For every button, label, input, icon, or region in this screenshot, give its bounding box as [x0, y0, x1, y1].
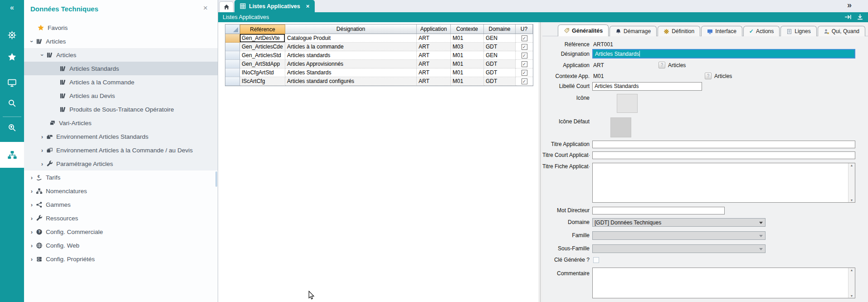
titre-court-input[interactable] — [592, 151, 855, 159]
tree-item-articles-commande[interactable]: Articles à la Commande — [24, 75, 218, 89]
checked-checkbox-icon[interactable]: ✓ — [522, 35, 527, 41]
cell-application[interactable]: ART — [417, 68, 451, 77]
cell-reference[interactable]: Gen_ArticlesCde — [240, 43, 285, 51]
collapse-panel-icon[interactable]: « — [0, 4, 24, 12]
tab-listes-applicatives[interactable]: Listes Applicatives × — [234, 0, 315, 12]
grid-row[interactable]: Gen_ArticlesCde Articles à la commande A… — [225, 43, 533, 51]
scroll-down-icon[interactable]: ▼ — [848, 294, 855, 297]
tree-item-articles[interactable]: › Articles — [24, 34, 218, 48]
search-icon[interactable] — [0, 96, 24, 110]
checked-checkbox-icon[interactable]: ✓ — [522, 53, 527, 58]
tree-item-env-articles-commande[interactable]: › Environnement Articles à la Commande /… — [24, 143, 218, 157]
tree-item-favoris[interactable]: Favoris — [24, 21, 218, 34]
cell-application[interactable]: ART — [417, 77, 451, 86]
checked-checkbox-icon[interactable]: ✓ — [522, 70, 527, 76]
column-header-contexte[interactable]: Contexte — [451, 24, 484, 34]
tree-item-parametrage-articles[interactable]: › Paramétrage Articles — [24, 157, 218, 170]
grid-row[interactable]: IScArtCfg Articles standard configurés A… — [225, 77, 533, 86]
cle-generee-checkbox[interactable] — [593, 257, 599, 263]
cell-checkbox[interactable]: ✓ — [516, 51, 533, 60]
scrollbar[interactable]: ▲▼ — [848, 268, 855, 298]
cell-checkbox[interactable]: ✓ — [516, 43, 533, 51]
tree-item-gammes[interactable]: › Gammes — [24, 198, 218, 211]
scroll-down-icon[interactable]: ▼ — [848, 199, 855, 202]
column-header-application[interactable]: Application — [417, 24, 451, 34]
grid-row[interactable]: Gen_ArtDesVte Catalogue Produit ART M01 … — [225, 34, 533, 43]
download-icon[interactable] — [857, 14, 863, 20]
cell-designation[interactable]: Articles standards — [285, 51, 417, 60]
tab-generalites[interactable]: Généralités — [558, 24, 609, 36]
scroll-up-icon[interactable]: ▲ — [848, 268, 855, 272]
chevron-down-icon[interactable]: › — [29, 38, 35, 45]
helm-icon[interactable] — [0, 28, 24, 42]
star-icon[interactable] — [0, 50, 24, 63]
sous-famille-select[interactable] — [592, 244, 766, 253]
tree-item-articles-sub[interactable]: › Articles — [24, 48, 218, 62]
cell-contexte[interactable]: M01 — [451, 51, 484, 60]
famille-select[interactable] — [592, 231, 766, 240]
cell-contexte[interactable]: M03 — [451, 43, 484, 51]
cell-application[interactable]: ART — [417, 60, 451, 68]
chevron-right-icon[interactable]: › — [28, 188, 35, 195]
titre-application-input[interactable] — [592, 141, 855, 148]
tab-definition[interactable]: Définition — [658, 26, 700, 36]
tree-item-articles-devis[interactable]: Articles au Devis — [24, 89, 218, 102]
tree-item-config-commerciale[interactable]: › ? Config. Commerciale — [24, 225, 218, 239]
cell-reference[interactable]: Gen_ArticlesStd — [240, 51, 285, 60]
icone-picker[interactable] — [617, 94, 638, 113]
tab-interface[interactable]: Interface — [701, 26, 742, 36]
cell-designation[interactable]: Articles standard configurés — [285, 77, 417, 86]
column-header-u[interactable]: U? — [516, 24, 533, 34]
sitemap-icon[interactable] — [0, 148, 24, 162]
chevron-right-icon[interactable]: › — [28, 174, 35, 181]
tree-item-nomenclatures[interactable]: › Nomenclatures — [24, 184, 218, 198]
cell-application[interactable]: ART — [417, 43, 451, 51]
cell-contexte[interactable]: M01 — [451, 34, 484, 43]
cell-designation[interactable]: Articles à la commande — [285, 43, 417, 51]
row-selector[interactable] — [225, 34, 240, 43]
row-selector[interactable] — [225, 51, 240, 60]
tree-item-articles-standards[interactable]: Articles Standards — [24, 62, 218, 75]
cell-reference[interactable]: Gen_ArtDesVte — [240, 34, 285, 43]
cell-domaine[interactable]: GDT — [484, 77, 516, 86]
close-icon[interactable]: × — [203, 4, 208, 13]
chevron-down-icon[interactable]: › — [39, 51, 46, 58]
chevron-right-icon[interactable]: › — [39, 147, 46, 154]
cell-contexte[interactable]: M01 — [451, 60, 484, 68]
cell-reference[interactable]: IScArtCfg — [240, 77, 285, 86]
help-button[interactable]: ? — [658, 62, 665, 68]
cell-designation[interactable]: Articles Standards — [285, 68, 417, 77]
cell-contexte[interactable]: M01 — [451, 77, 484, 86]
cell-domaine[interactable]: GEN — [484, 51, 516, 60]
grid-row[interactable]: Gen_ArticlesStd Articles standards ART M… — [225, 51, 533, 60]
grid-row[interactable]: INoCfgArtStd Articles Standards ART M01 … — [225, 68, 533, 77]
cell-checkbox[interactable]: ✓ — [516, 77, 533, 86]
chevron-right-icon[interactable]: › — [39, 161, 46, 167]
cell-checkbox[interactable]: ✓ — [516, 60, 533, 68]
domaine-select[interactable]: [GDT] Données Techniques — [592, 218, 766, 227]
column-header-reference[interactable]: Référence — [240, 24, 285, 34]
scrollbar[interactable]: ▲▼ — [848, 163, 855, 202]
tree-item-config-proprietes[interactable]: › Config. Propriétés — [24, 252, 218, 266]
column-header-designation[interactable]: Désignation — [285, 24, 417, 34]
cell-domaine[interactable]: GDT — [484, 43, 516, 51]
row-selector[interactable] — [225, 43, 240, 51]
cell-domaine[interactable]: GDT — [484, 60, 516, 68]
chevron-right-icon[interactable]: › — [28, 256, 35, 263]
tree-item-tarifs[interactable]: › € Tarifs — [24, 170, 218, 184]
checked-checkbox-icon[interactable]: ✓ — [522, 44, 527, 50]
checked-checkbox-icon[interactable]: ✓ — [522, 61, 527, 67]
tab-actions[interactable]: ✓ Actions — [743, 26, 780, 36]
tab-lignes[interactable]: Lignes — [780, 26, 816, 36]
mot-directeur-input[interactable] — [592, 207, 725, 214]
cell-application[interactable]: ART — [417, 51, 451, 60]
chevron-right-icon[interactable]: › — [28, 201, 35, 208]
row-selector[interactable] — [225, 68, 240, 77]
grid-row[interactable]: Gen_ArtStdApp Articles Approvisionnés AR… — [225, 60, 533, 68]
tab-home[interactable] — [219, 1, 234, 12]
tab-overflow-icon[interactable]: » — [847, 0, 851, 10]
titre-fiche-textarea[interactable]: ▲▼ — [592, 163, 855, 203]
scroll-up-icon[interactable]: ▲ — [848, 164, 855, 167]
tree-item-produits-sous-traitance[interactable]: Produits de Sous-Traitance Opératoire — [24, 102, 218, 116]
cell-domaine[interactable]: GEN — [484, 34, 516, 43]
